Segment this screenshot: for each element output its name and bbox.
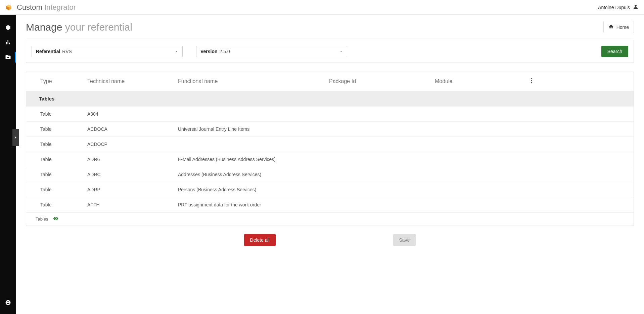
cell-technical-name: ADR6 bbox=[87, 157, 178, 162]
cell-module bbox=[435, 111, 522, 117]
actions-row: Delete all Save bbox=[26, 234, 634, 246]
column-type[interactable]: Type bbox=[40, 78, 87, 84]
cell-module bbox=[435, 187, 522, 192]
cell-module bbox=[435, 142, 522, 147]
filter-panel: Referential RVS Version 2.5.0 Search bbox=[26, 40, 634, 63]
svg-point-1 bbox=[531, 78, 532, 79]
user-menu[interactable]: Antoine Dupuis bbox=[598, 4, 639, 11]
svg-point-3 bbox=[531, 82, 532, 83]
referential-value: RVS bbox=[62, 49, 72, 54]
cell-package-id bbox=[329, 202, 435, 207]
cell-type: Table bbox=[40, 111, 87, 117]
home-button-label: Home bbox=[616, 25, 629, 30]
cell-package-id bbox=[329, 142, 435, 147]
cell-type: Table bbox=[40, 126, 87, 132]
svg-rect-0 bbox=[7, 57, 9, 58]
cell-spacer bbox=[522, 202, 532, 207]
app-logo-icon bbox=[5, 4, 12, 11]
cell-package-id bbox=[329, 126, 435, 132]
home-icon bbox=[608, 24, 614, 30]
page-header: Manage your referential Home bbox=[26, 21, 634, 33]
column-technical-name[interactable]: Technical name bbox=[87, 78, 178, 84]
cell-functional-name bbox=[178, 142, 329, 147]
page-title-light: your referential bbox=[65, 22, 132, 33]
table-row[interactable]: TableADRCAddresses (Business Address Ser… bbox=[26, 167, 634, 182]
column-package-id[interactable]: Package Id bbox=[329, 78, 435, 84]
search-button[interactable]: Search bbox=[601, 46, 628, 57]
page-title-strong: Manage bbox=[26, 22, 62, 33]
cell-technical-name: ADRP bbox=[87, 187, 178, 192]
eye-icon[interactable] bbox=[53, 216, 58, 222]
svg-point-2 bbox=[531, 80, 532, 81]
column-functional-name[interactable]: Functional name bbox=[178, 78, 329, 84]
version-dropdown[interactable]: Version 2.5.0 bbox=[196, 46, 347, 57]
user-name: Antoine Dupuis bbox=[598, 5, 630, 10]
cell-technical-name: A304 bbox=[87, 111, 178, 117]
user-icon bbox=[633, 4, 639, 11]
app-title: Custom Integrator bbox=[17, 3, 76, 12]
cell-technical-name: ACDOCA bbox=[87, 126, 178, 132]
table-group-header[interactable]: Tables bbox=[26, 91, 634, 106]
table-row[interactable]: TableADRPPersons (Business Address Servi… bbox=[26, 182, 634, 197]
sidebar-item-cube[interactable] bbox=[0, 20, 16, 35]
cell-spacer bbox=[522, 126, 532, 132]
version-label: Version bbox=[200, 49, 218, 54]
top-header: Custom Integrator Antoine Dupuis bbox=[0, 0, 644, 15]
cell-functional-name: PRT assignment data for the work order bbox=[178, 202, 329, 207]
table-row[interactable]: TableAFFHPRT assignment data for the wor… bbox=[26, 197, 634, 212]
referential-dropdown[interactable]: Referential RVS bbox=[32, 46, 183, 57]
main-content: Manage your referential Home Referential… bbox=[16, 15, 644, 314]
cell-technical-name: ADRC bbox=[87, 172, 178, 177]
table-footer-label: Tables bbox=[36, 217, 48, 222]
table-row[interactable]: TableA304 bbox=[26, 106, 634, 121]
home-button[interactable]: Home bbox=[603, 21, 634, 33]
cell-spacer bbox=[522, 187, 532, 192]
cell-type: Table bbox=[40, 142, 87, 147]
version-value: 2.5.0 bbox=[220, 49, 230, 54]
cell-module bbox=[435, 157, 522, 162]
caret-down-icon bbox=[175, 49, 178, 54]
cell-module bbox=[435, 126, 522, 132]
cell-technical-name: AFFH bbox=[87, 202, 178, 207]
table-row[interactable]: TableACDOCAUniversal Journal Entry Line … bbox=[26, 121, 634, 136]
sidebar bbox=[0, 15, 16, 314]
cell-functional-name: Persons (Business Address Services) bbox=[178, 187, 329, 192]
table-row[interactable]: TableACDOCP bbox=[26, 136, 634, 152]
app-name-strong: Custom bbox=[17, 3, 42, 11]
sidebar-item-chart[interactable] bbox=[0, 35, 16, 50]
data-table: Type Technical name Functional name Pack… bbox=[26, 72, 634, 226]
cell-spacer bbox=[522, 172, 532, 177]
cell-type: Table bbox=[40, 157, 87, 162]
cell-functional-name: E-Mail Addresses (Business Address Servi… bbox=[178, 157, 329, 162]
referential-label: Referential bbox=[36, 49, 60, 54]
cell-spacer bbox=[522, 111, 532, 117]
table-header: Type Technical name Functional name Pack… bbox=[26, 72, 634, 91]
cell-module bbox=[435, 172, 522, 177]
cell-spacer bbox=[522, 142, 532, 147]
cell-functional-name bbox=[178, 111, 329, 117]
caret-down-icon bbox=[339, 49, 343, 54]
cell-type: Table bbox=[40, 172, 87, 177]
cell-type: Table bbox=[40, 202, 87, 207]
cell-functional-name: Universal Journal Entry Line Items bbox=[178, 126, 329, 132]
column-module[interactable]: Module bbox=[435, 78, 522, 84]
sidebar-expand-toggle[interactable] bbox=[12, 129, 19, 146]
save-button: Save bbox=[393, 234, 416, 246]
table-menu-button[interactable] bbox=[522, 78, 532, 85]
table-footer: Tables bbox=[26, 212, 634, 226]
cell-type: Table bbox=[40, 187, 87, 192]
cell-functional-name: Addresses (Business Address Services) bbox=[178, 172, 329, 177]
cell-module bbox=[435, 202, 522, 207]
app-name-light: Integrator bbox=[44, 3, 76, 11]
page-title: Manage your referential bbox=[26, 22, 132, 33]
table-row[interactable]: TableADR6E-Mail Addresses (Business Addr… bbox=[26, 152, 634, 167]
sidebar-item-folder[interactable] bbox=[0, 50, 16, 65]
cell-package-id bbox=[329, 172, 435, 177]
cell-technical-name: ACDOCP bbox=[87, 142, 178, 147]
cell-package-id bbox=[329, 157, 435, 162]
cell-spacer bbox=[522, 157, 532, 162]
cell-package-id bbox=[329, 111, 435, 117]
delete-all-button[interactable]: Delete all bbox=[244, 234, 276, 246]
cell-package-id bbox=[329, 187, 435, 192]
sidebar-item-support[interactable] bbox=[0, 295, 16, 310]
